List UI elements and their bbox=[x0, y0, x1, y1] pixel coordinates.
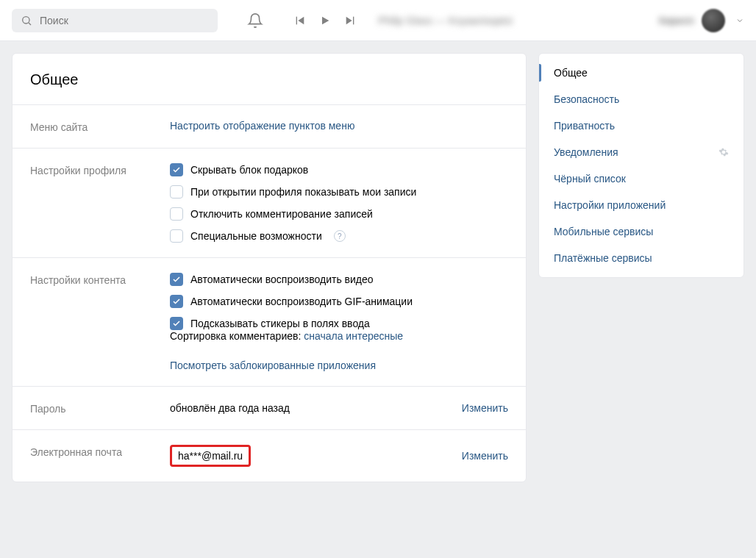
section-content-settings: Настройки контента Автоматически воспрои… bbox=[13, 257, 526, 386]
checkbox-label: Подсказывать стикеры в полях ввода bbox=[190, 318, 370, 329]
checkbox-label: Автоматически воспроизводить видео bbox=[190, 273, 374, 285]
checkbox-row[interactable]: Автоматически воспроизводить GIF-анимаци… bbox=[170, 295, 508, 308]
help-icon[interactable]: ? bbox=[334, 230, 346, 242]
sidebar-item-label: Приватность bbox=[554, 120, 615, 132]
checkbox-label: Отключить комментирование записей bbox=[190, 208, 373, 220]
site-menu-config-link[interactable]: Настроить отображение пунктов меню bbox=[170, 120, 354, 132]
section-site-menu: Меню сайта Настроить отображение пунктов… bbox=[13, 104, 526, 148]
now-playing: Philip Glass — Koyaanisqatsi bbox=[378, 15, 513, 26]
topbar-user[interactable]: Кирилл bbox=[659, 9, 744, 32]
checkbox-checked-icon[interactable] bbox=[170, 317, 183, 330]
svg-marker-3 bbox=[298, 16, 304, 24]
search-input[interactable] bbox=[40, 15, 209, 26]
main-card: Общее Меню сайта Настроить отображение п… bbox=[12, 53, 527, 482]
checkbox-row[interactable]: Специальные возможности? bbox=[170, 229, 508, 243]
svg-rect-5 bbox=[353, 16, 354, 24]
chevron-down-icon bbox=[735, 16, 744, 25]
change-email-link[interactable]: Изменить bbox=[462, 450, 508, 462]
section-profile-settings: Настройки профиля Скрывать блок подарков… bbox=[13, 148, 526, 257]
search-box[interactable] bbox=[12, 9, 218, 32]
section-label: Пароль bbox=[30, 401, 155, 415]
checkbox-checked-icon[interactable] bbox=[170, 163, 183, 176]
checkbox-row[interactable]: При открытии профиля показывать мои запи… bbox=[170, 185, 508, 198]
sidebar-item[interactable]: Мобильные сервисы bbox=[539, 218, 743, 245]
sidebar-item-label: Настройки приложений bbox=[554, 199, 666, 211]
checkbox-unchecked-icon[interactable] bbox=[170, 229, 183, 243]
username: Кирилл bbox=[659, 15, 694, 26]
checkbox-label: Скрывать блок подарков bbox=[190, 164, 308, 176]
section-email: Электронная почта ha***@mail.ru Изменить bbox=[13, 429, 526, 482]
prev-track-icon[interactable] bbox=[294, 15, 306, 26]
email-value-highlight: ha***@mail.ru bbox=[170, 445, 251, 467]
checkbox-checked-icon[interactable] bbox=[170, 295, 183, 308]
sidebar-item[interactable]: Настройки приложений bbox=[539, 192, 743, 218]
page-title: Общее bbox=[13, 54, 526, 104]
checkbox-checked-icon[interactable] bbox=[170, 273, 183, 286]
music-controls: Philip Glass — Koyaanisqatsi bbox=[294, 15, 513, 26]
svg-line-1 bbox=[29, 23, 31, 25]
sidebar-item-label: Общее bbox=[554, 67, 588, 79]
svg-rect-2 bbox=[296, 16, 297, 24]
topbar-middle: Philip Glass — Koyaanisqatsi bbox=[247, 12, 513, 29]
gear-icon[interactable] bbox=[718, 147, 729, 157]
sidebar-item-label: Мобильные сервисы bbox=[554, 226, 653, 237]
checkbox-row[interactable]: Скрывать блок подарков bbox=[170, 163, 508, 176]
settings-sidebar: ОбщееБезопасностьПриватностьУведомленияЧ… bbox=[538, 53, 744, 278]
change-password-link[interactable]: Изменить bbox=[462, 402, 508, 414]
checkbox-unchecked-icon[interactable] bbox=[170, 185, 183, 198]
sort-value-link[interactable]: сначала интересные bbox=[304, 330, 403, 342]
svg-point-0 bbox=[23, 16, 29, 23]
sidebar-item[interactable]: Платёжные сервисы bbox=[539, 245, 743, 271]
checkbox-unchecked-icon[interactable] bbox=[170, 207, 183, 221]
comment-sort-row: Сортировка комментариев: сначала интерес… bbox=[170, 330, 508, 342]
section-label: Электронная почта bbox=[30, 445, 155, 467]
sidebar-item[interactable]: Уведомления bbox=[539, 139, 743, 165]
sidebar-item[interactable]: Безопасность bbox=[539, 86, 743, 112]
sidebar-item[interactable]: Чёрный список bbox=[539, 165, 743, 192]
next-track-icon[interactable] bbox=[344, 15, 356, 26]
blocked-apps-link[interactable]: Посмотреть заблокированные приложения bbox=[170, 360, 376, 371]
checkbox-row[interactable]: Отключить комментирование записей bbox=[170, 207, 508, 221]
page: Общее Меню сайта Настроить отображение п… bbox=[0, 41, 756, 494]
password-value: обновлён два года назад bbox=[170, 402, 462, 414]
svg-marker-4 bbox=[322, 16, 329, 24]
sort-label: Сортировка комментариев: bbox=[170, 330, 304, 342]
sidebar-item[interactable]: Общее bbox=[539, 60, 743, 86]
checkbox-label: При открытии профиля показывать мои запи… bbox=[190, 186, 416, 198]
bell-icon[interactable] bbox=[247, 12, 263, 29]
sidebar-item[interactable]: Приватность bbox=[539, 112, 743, 139]
sidebar-item-label: Уведомления bbox=[554, 146, 618, 158]
section-label: Настройки профиля bbox=[30, 163, 155, 243]
checkbox-label: Специальные возможности bbox=[190, 230, 322, 242]
svg-marker-6 bbox=[346, 16, 352, 24]
section-password: Пароль обновлён два года назад Изменить bbox=[13, 386, 526, 429]
topbar: Philip Glass — Koyaanisqatsi Кирилл bbox=[0, 0, 756, 41]
avatar bbox=[702, 9, 725, 32]
sidebar-item-label: Безопасность bbox=[554, 93, 619, 105]
search-icon bbox=[21, 15, 32, 26]
sidebar-item-label: Платёжные сервисы bbox=[554, 252, 652, 264]
sidebar-item-label: Чёрный список bbox=[554, 173, 626, 185]
checkbox-row[interactable]: Подсказывать стикеры в полях ввода bbox=[170, 317, 508, 330]
section-label: Меню сайта bbox=[30, 120, 155, 133]
checkbox-row[interactable]: Автоматически воспроизводить видео bbox=[170, 273, 508, 286]
play-icon[interactable] bbox=[319, 15, 331, 26]
section-label: Настройки контента bbox=[30, 273, 155, 371]
checkbox-label: Автоматически воспроизводить GIF-анимаци… bbox=[190, 296, 413, 307]
